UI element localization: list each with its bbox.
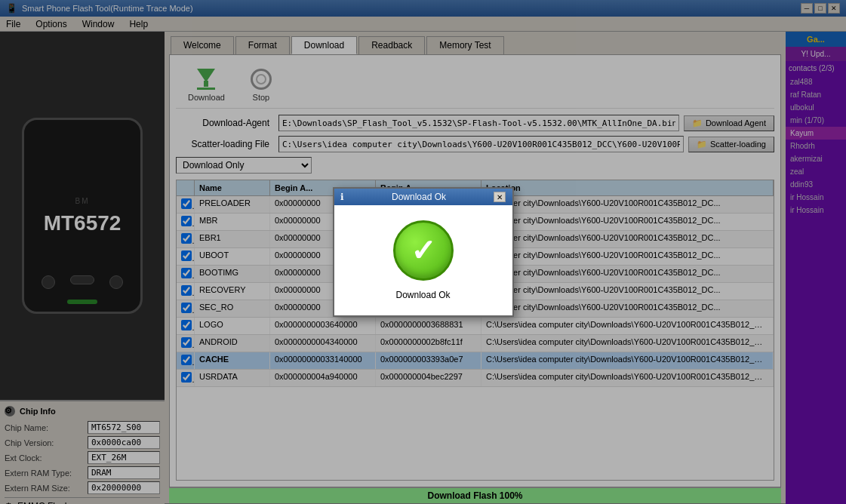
modal-title-icon: ℹ: [340, 192, 344, 202]
modal-title-text: Download Ok: [392, 192, 446, 202]
modal-text: Download Ok: [395, 290, 450, 300]
check-circle: ✓: [393, 220, 454, 281]
modal-overlay: ℹ Download Ok ✕ ✓ Download Ok: [0, 0, 846, 504]
download-ok-modal: ℹ Download Ok ✕ ✓ Download Ok: [333, 187, 514, 317]
modal-close-button[interactable]: ✕: [494, 192, 506, 202]
modal-title-bar: ℹ Download Ok ✕: [334, 189, 512, 205]
modal-body: ✓ Download Ok: [334, 205, 512, 315]
check-mark-icon: ✓: [411, 235, 436, 266]
